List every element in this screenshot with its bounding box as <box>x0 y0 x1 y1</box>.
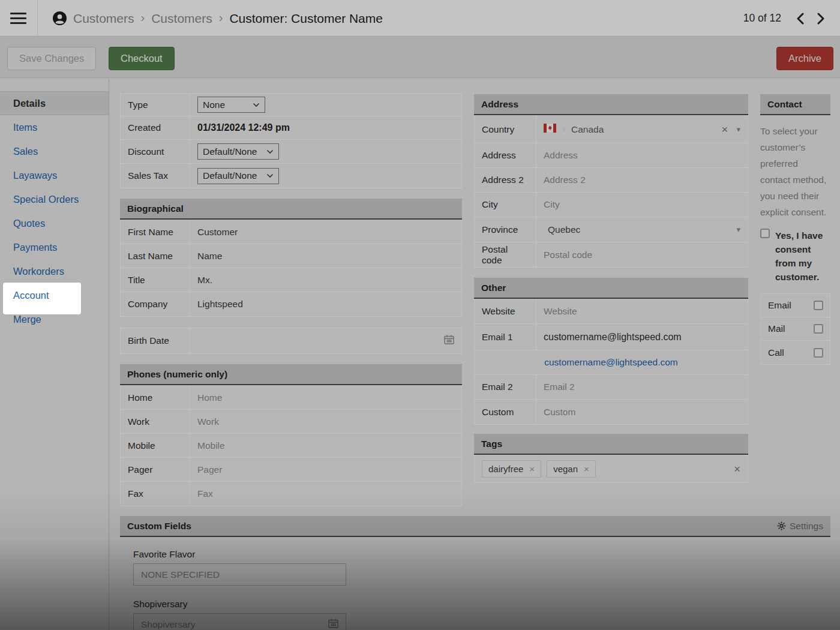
type-row: Type None <box>121 94 461 116</box>
sidebar-item-quotes[interactable]: Quotes <box>0 211 109 235</box>
fax-phone-field[interactable] <box>197 488 454 499</box>
sales-tax-select[interactable]: Default/None <box>197 168 279 184</box>
last-name-field[interactable] <box>197 251 454 262</box>
address2-field[interactable] <box>544 175 740 185</box>
contact-panel: Contact To select your customer’s prefer… <box>760 94 830 365</box>
country-row: Country Canada × ▾ <box>475 116 748 143</box>
address-row: Address <box>475 143 748 168</box>
clear-country-icon[interactable]: × <box>721 124 728 135</box>
first-name-field[interactable] <box>197 227 454 238</box>
home-phone-field[interactable] <box>197 392 454 403</box>
birth-date-table: Birth Date <box>120 328 462 354</box>
email-link[interactable]: customername@lightspeed.com <box>544 357 678 368</box>
company-row: Company <box>121 292 461 316</box>
calendar-icon[interactable] <box>328 619 338 630</box>
next-record-button[interactable] <box>815 11 827 26</box>
tag-chip-vegan: vegan × <box>547 460 596 478</box>
sidebar-item-details[interactable]: Details <box>0 91 109 115</box>
postal-code-field[interactable] <box>544 250 740 260</box>
remove-tag-icon[interactable]: × <box>529 464 535 474</box>
action-toolbar: Save Changes Checkout Archive <box>0 37 840 78</box>
email2-field[interactable] <box>544 382 740 392</box>
clear-tags-icon[interactable]: × <box>734 463 740 475</box>
consent-row: Yes, I have consent from my customer. <box>760 229 830 284</box>
calendar-icon[interactable] <box>444 335 454 347</box>
address-section-header: Address <box>474 94 748 115</box>
remove-tag-icon[interactable]: × <box>584 464 589 474</box>
breadcrumb-customers-1[interactable]: Customers <box>73 11 134 26</box>
province-row: Province Quebec ▾ <box>475 217 748 242</box>
sidebar-item-payments[interactable]: Payments <box>0 235 109 259</box>
favorite-flavor-label: Favorite Flavor <box>133 549 830 560</box>
archive-button[interactable]: Archive <box>776 47 833 70</box>
country-field-divider <box>563 127 564 131</box>
customer-avatar-icon <box>53 11 67 25</box>
home-phone-row: Home <box>121 386 461 410</box>
breadcrumb-customers-2[interactable]: Customers <box>151 11 212 26</box>
discount-row: Discount Default/None <box>121 140 461 164</box>
favorite-flavor-field[interactable] <box>141 569 338 580</box>
birth-date-row: Birth Date <box>121 328 461 353</box>
sidebar-item-account[interactable]: Account <box>0 283 109 307</box>
email-method-row: Email <box>761 294 830 317</box>
pager-phone-field[interactable] <box>197 464 454 475</box>
mobile-phone-row: Mobile <box>121 434 461 458</box>
sidebar-item-layaways[interactable]: Layaways <box>0 163 109 187</box>
breadcrumb: Customers › Customers › Customer: Custom… <box>73 0 383 37</box>
pagination-label: 10 of 12 <box>743 12 781 25</box>
custom-field[interactable] <box>544 407 740 418</box>
type-select[interactable]: None <box>197 97 265 113</box>
breadcrumb-separator-icon: › <box>141 11 145 26</box>
email1-row: Email 1 <box>475 324 748 350</box>
chevron-down-icon <box>266 173 274 178</box>
header-divider <box>37 0 38 37</box>
address-column: Address Country Canada × ▾ Address Addre… <box>474 94 748 483</box>
call-method-checkbox[interactable] <box>814 348 823 358</box>
title-field[interactable] <box>197 275 454 286</box>
hamburger-menu-icon[interactable] <box>10 13 26 24</box>
consent-checkbox[interactable] <box>760 229 770 238</box>
general-info-table: Type None Created 01/31/2024 12:49 pm Di… <box>120 93 462 188</box>
email-method-checkbox[interactable] <box>814 301 823 310</box>
fax-phone-row: Fax <box>121 482 461 506</box>
sidebar-item-workorders[interactable]: Workorders <box>0 259 109 283</box>
checkout-button[interactable]: Checkout <box>109 47 175 70</box>
address-field[interactable] <box>544 150 740 161</box>
pager-phone-row: Pager <box>121 458 461 482</box>
city-field[interactable] <box>544 199 740 210</box>
mail-method-checkbox[interactable] <box>814 324 823 334</box>
address-table: Country Canada × ▾ Address Address 2 Cit… <box>474 115 748 268</box>
province-value: Quebec <box>544 224 580 235</box>
last-name-row: Last Name <box>121 244 461 268</box>
tags-section-header: Tags <box>474 434 748 455</box>
created-timestamp: 01/31/2024 12:49 pm <box>197 122 290 133</box>
address2-row: Address 2 <box>475 168 748 193</box>
work-phone-field[interactable] <box>197 416 454 427</box>
customer-sidebar-nav: Details Items Sales Layaways Special Ord… <box>0 78 109 630</box>
province-dropdown-caret-icon[interactable]: ▾ <box>736 225 740 234</box>
website-field[interactable] <box>544 306 740 317</box>
sidebar-item-items[interactable]: Items <box>0 115 109 139</box>
tags-input-area[interactable]: dairyfree × vegan × × <box>474 455 748 483</box>
sidebar-item-special-orders[interactable]: Special Orders <box>0 187 109 211</box>
created-row: Created 01/31/2024 12:49 pm <box>121 116 461 140</box>
custom-fields-title: Custom Fields <box>127 521 191 532</box>
mobile-phone-field[interactable] <box>197 440 454 451</box>
discount-select[interactable]: Default/None <box>197 143 279 160</box>
sidebar-item-sales[interactable]: Sales <box>0 139 109 163</box>
phones-section-header: Phones (numeric only) <box>120 364 462 385</box>
mail-method-row: Mail <box>761 317 830 341</box>
call-method-row: Call <box>761 341 830 364</box>
country-dropdown-caret-icon[interactable]: ▾ <box>736 125 740 134</box>
postal-code-row: Postal code <box>475 242 748 267</box>
company-field[interactable] <box>197 299 454 310</box>
birth-date-field[interactable] <box>197 335 444 346</box>
sidebar-item-merge[interactable]: Merge <box>0 307 109 331</box>
custom-fields-settings-button[interactable]: Settings <box>777 521 823 532</box>
previous-record-button[interactable] <box>794 11 806 26</box>
shopiversary-label: Shopiversary <box>133 599 830 610</box>
email1-field[interactable] <box>544 332 740 343</box>
country-value: Canada <box>571 124 604 135</box>
save-changes-button[interactable]: Save Changes <box>7 47 96 70</box>
shopiversary-field[interactable] <box>141 619 328 630</box>
